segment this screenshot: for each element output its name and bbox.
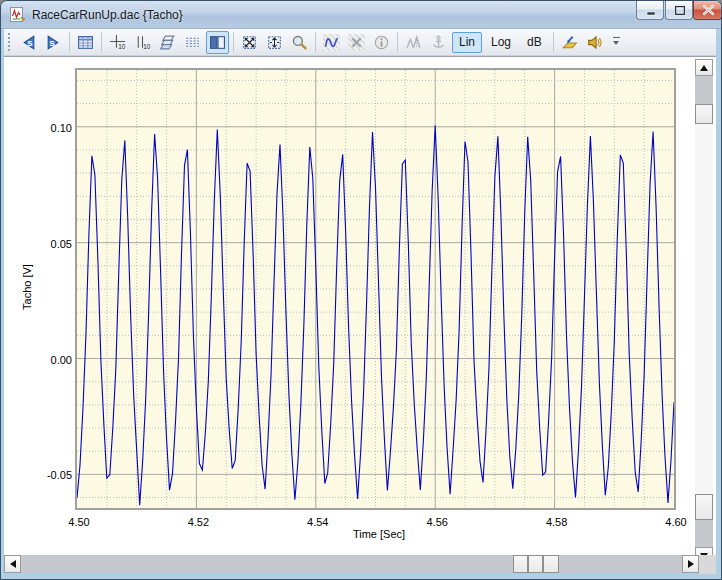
toolbar-separator [233, 32, 234, 52]
y-tick-label: 0.00 [32, 354, 72, 366]
stacked-view-button[interactable] [156, 31, 179, 54]
scrollbar-corner [699, 555, 716, 574]
y-tick-label: 0.10 [32, 122, 72, 134]
h-scroll-thumb[interactable] [528, 555, 543, 573]
x-tick-label: 4.58 [535, 516, 579, 528]
main-toolbar: SS1010LinLogdB [4, 29, 716, 56]
y-tick-label: -0.05 [32, 469, 72, 481]
title-bar[interactable]: RaceCarRunUp.dac {Tacho} [1, 1, 721, 29]
overlay-view-button[interactable] [181, 31, 204, 54]
audio-replay-button[interactable] [583, 31, 606, 54]
svg-text:10: 10 [143, 42, 151, 49]
peaks-cursor-icon [405, 34, 422, 51]
svg-text:10: 10 [118, 42, 126, 49]
svg-text:S: S [49, 38, 54, 47]
anchor-cursor-icon [430, 34, 447, 51]
arrow-left-s-icon: S [20, 34, 37, 51]
app-window: RaceCarRunUp.dac {Tacho} SS1010LinLogdB … [0, 0, 722, 580]
y-axis-label: Tacho [V] [21, 242, 33, 332]
y-tick-label: 0.05 [32, 238, 72, 250]
x-tick-label: 4.56 [415, 516, 459, 528]
toolbar-separator [69, 32, 70, 52]
h-range-handle-right[interactable] [543, 555, 559, 573]
x-tick-label: 4.52 [176, 516, 220, 528]
split-panels-icon [209, 34, 226, 51]
h-range-handle-left[interactable] [513, 555, 528, 573]
magnifier-icon [291, 34, 308, 51]
toolbar-separator [101, 32, 102, 52]
expand-arrows-icon [241, 34, 258, 51]
minimize-icon [637, 1, 665, 20]
v-range-handle-bottom[interactable] [695, 494, 713, 520]
x-axis-label: Time [Sec] [214, 528, 544, 540]
v-range-handle-top[interactable] [695, 104, 713, 124]
harmonic-cursor-button[interactable] [427, 31, 450, 54]
h-scroll-track-left[interactable] [21, 555, 513, 573]
overlay-traces-icon [184, 34, 201, 51]
chevron-down-icon [613, 41, 619, 45]
prev-display-button[interactable]: S [17, 31, 40, 54]
maximize-icon [666, 1, 694, 20]
info-icon [373, 34, 390, 51]
stacked-traces-icon [159, 34, 176, 51]
autoscale-y-button[interactable] [263, 31, 286, 54]
close-button[interactable] [693, 1, 722, 20]
close-icon [694, 1, 722, 20]
peak-cursor-button[interactable] [402, 31, 425, 54]
maximize-button[interactable] [665, 1, 693, 20]
export-arrow-icon [561, 34, 578, 51]
waveform-plot [77, 70, 674, 508]
up-arrow-icon [700, 65, 708, 71]
toolbar-separator [553, 32, 554, 52]
lin-scale-button[interactable]: Lin [452, 32, 482, 53]
x-tick-label: 4.50 [57, 516, 101, 528]
scroll-left-button[interactable] [4, 555, 21, 573]
app-icon [9, 7, 26, 23]
scroll-right-button[interactable] [682, 555, 699, 573]
info-button[interactable] [370, 31, 393, 54]
toolbar-separator [315, 32, 316, 52]
edit-trace-button[interactable] [320, 31, 343, 54]
x-cursor-10-icon: 10 [109, 34, 126, 51]
window-title: RaceCarRunUp.dac {Tacho} [32, 1, 183, 29]
delete-trace-button[interactable] [345, 31, 368, 54]
split-view-button[interactable] [206, 31, 229, 54]
h-scroll-track-right[interactable] [559, 555, 682, 573]
x-cursor-button[interactable]: 10 [106, 31, 129, 54]
svg-text:S: S [27, 38, 32, 47]
y-cursor-10-icon: 10 [134, 34, 151, 51]
next-display-button[interactable]: S [42, 31, 65, 54]
v-scroll-range[interactable] [695, 124, 713, 494]
toolbar-grip[interactable] [8, 33, 12, 51]
right-arrow-icon [688, 560, 694, 568]
v-scroll-track-bottom[interactable] [695, 520, 713, 547]
export-button[interactable] [558, 31, 581, 54]
band-cursor-button[interactable]: 10 [131, 31, 154, 54]
cross-x-icon [348, 34, 365, 51]
zoom-button[interactable] [288, 31, 311, 54]
wave-n-icon [323, 34, 340, 51]
left-arrow-icon [10, 560, 16, 568]
v-scroll-track-top[interactable] [695, 76, 713, 104]
expand-y-arrows-icon [266, 34, 283, 51]
overflow-bar-icon [613, 37, 620, 38]
arrow-right-s-icon: S [45, 34, 62, 51]
db-scale-button[interactable]: dB [520, 32, 549, 53]
scroll-up-button[interactable] [695, 59, 713, 76]
x-tick-label: 4.60 [654, 516, 698, 528]
plot-area[interactable] [75, 68, 676, 510]
autoscale-xy-button[interactable] [238, 31, 261, 54]
log-scale-button[interactable]: Log [484, 32, 518, 53]
x-tick-label: 4.54 [296, 516, 340, 528]
toolbar-separator [397, 32, 398, 52]
data-grid-button[interactable] [74, 31, 97, 54]
data-grid-icon [77, 34, 94, 51]
minimize-button[interactable] [636, 1, 664, 20]
graph-pane: Tacho [V] Time [Sec] 0.100.050.00-0.05 4… [4, 56, 716, 573]
toolbar-overflow-button[interactable] [611, 31, 623, 53]
speaker-icon [586, 34, 603, 51]
